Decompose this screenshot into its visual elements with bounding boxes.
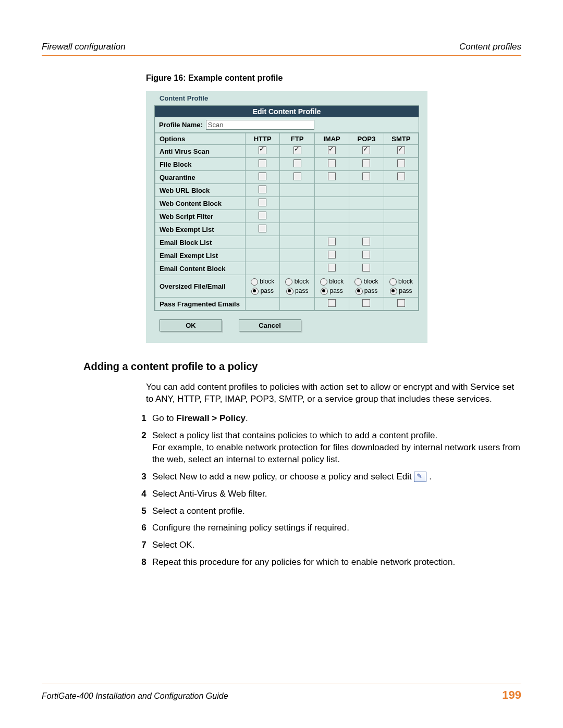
column-header: POP3 [349, 133, 384, 145]
row-label: Email Exempt List [155, 249, 246, 262]
grid-cell [246, 249, 280, 262]
radio-block[interactable] [320, 278, 327, 286]
profile-name-label: Profile Name: [159, 121, 203, 129]
radio-pass[interactable] [286, 288, 293, 295]
list-item: 3Select New to add a new policy, or choo… [136, 471, 521, 483]
checkbox[interactable] [397, 146, 405, 154]
checkbox[interactable] [328, 146, 336, 154]
checkbox[interactable] [328, 172, 336, 180]
radio-pass[interactable] [321, 288, 328, 295]
checkbox[interactable] [259, 225, 266, 232]
radio-block[interactable] [354, 278, 362, 286]
grid-cell [384, 236, 418, 249]
checkbox[interactable] [259, 172, 266, 180]
figure-caption: Figure 16: Example content profile [146, 73, 521, 83]
row-label: Web Script Filter [155, 210, 246, 223]
grid-cell [280, 223, 314, 236]
ok-button[interactable]: OK [160, 319, 222, 331]
grid-cell [384, 184, 418, 197]
checkbox[interactable] [328, 299, 336, 307]
grid-cell [314, 171, 349, 184]
grid-cell [384, 171, 418, 184]
table-row: Oversized File/Email block pass block pa… [155, 275, 419, 298]
grid-cell [280, 158, 314, 171]
grid-cell [314, 145, 349, 158]
grid-cell [280, 262, 314, 275]
radio-pass[interactable] [251, 288, 259, 295]
step-text: Select Anti-Virus & Web filter. [152, 488, 521, 500]
radio-block[interactable] [389, 278, 397, 286]
grid-cell [349, 197, 384, 210]
checkbox[interactable] [259, 146, 266, 154]
checkbox[interactable] [362, 299, 370, 307]
radio-pass[interactable] [390, 288, 397, 295]
checkbox[interactable] [362, 238, 370, 245]
checkbox[interactable] [259, 186, 266, 193]
section-heading: Adding a content profile to a policy [83, 361, 521, 373]
step-text: Go to Firewall > Policy. [152, 413, 521, 425]
grid-cell [314, 262, 349, 275]
checkbox[interactable] [328, 238, 336, 245]
checkbox[interactable] [397, 172, 405, 180]
checkbox[interactable] [362, 146, 370, 154]
content-profile-grid: OptionsHTTPFTPIMAPPOP3SMTP Anti Virus Sc… [155, 133, 419, 311]
column-header: HTTP [246, 133, 280, 145]
grid-cell [314, 236, 349, 249]
step-number: 7 [136, 539, 152, 551]
radio-pass[interactable] [356, 288, 363, 295]
options-header: Options [155, 133, 246, 145]
grid-cell [384, 197, 418, 210]
grid-cell [246, 145, 280, 158]
grid-cell [280, 171, 314, 184]
checkbox[interactable] [362, 172, 370, 180]
checkbox[interactable] [328, 159, 336, 167]
checkbox[interactable] [293, 146, 301, 154]
column-header: IMAP [314, 133, 349, 145]
step-text: Select a policy list that contains polic… [152, 430, 521, 466]
grid-cell [280, 249, 314, 262]
checkbox[interactable] [259, 159, 266, 167]
grid-cell [280, 197, 314, 210]
grid-cell: block pass [384, 275, 418, 298]
grid-cell [349, 171, 384, 184]
grid-cell [349, 223, 384, 236]
running-head: Firewall configuration Content profiles [42, 42, 521, 56]
checkbox[interactable] [397, 159, 405, 167]
checkbox[interactable] [293, 159, 301, 167]
profile-name-input[interactable] [206, 120, 314, 130]
grid-cell [246, 236, 280, 249]
table-row: File Block [155, 158, 419, 171]
edit-content-profile-titlebar: Edit Content Profile [155, 106, 419, 117]
step-number: 2 [136, 430, 152, 466]
step-text: Repeat this procedure for any policies f… [152, 557, 521, 569]
step-number: 1 [136, 413, 152, 425]
grid-cell [246, 298, 280, 311]
checkbox[interactable] [362, 264, 370, 272]
grid-cell [349, 262, 384, 275]
checkbox[interactable] [362, 251, 370, 258]
step-text: Select OK. [152, 539, 521, 551]
checkbox[interactable] [397, 299, 405, 307]
step-text: Configure the remaining policy settings … [152, 522, 521, 534]
checkbox[interactable] [259, 199, 266, 206]
row-label: Quarantine [155, 171, 246, 184]
grid-cell: block pass [246, 275, 280, 298]
grid-cell [314, 184, 349, 197]
grid-cell [246, 158, 280, 171]
grid-cell [314, 197, 349, 210]
table-row: Web Script Filter [155, 210, 419, 223]
grid-cell [349, 236, 384, 249]
checkbox[interactable] [259, 212, 266, 219]
radio-block[interactable] [285, 278, 292, 286]
grid-cell [280, 236, 314, 249]
table-row: Web Exempt List [155, 223, 419, 236]
grid-cell: block pass [314, 275, 349, 298]
radio-block[interactable] [251, 278, 258, 286]
cancel-button[interactable]: Cancel [239, 319, 301, 331]
checkbox[interactable] [328, 251, 336, 258]
checkbox[interactable] [362, 159, 370, 167]
grid-cell [246, 262, 280, 275]
grid-cell [246, 171, 280, 184]
checkbox[interactable] [328, 264, 336, 272]
checkbox[interactable] [293, 172, 301, 180]
